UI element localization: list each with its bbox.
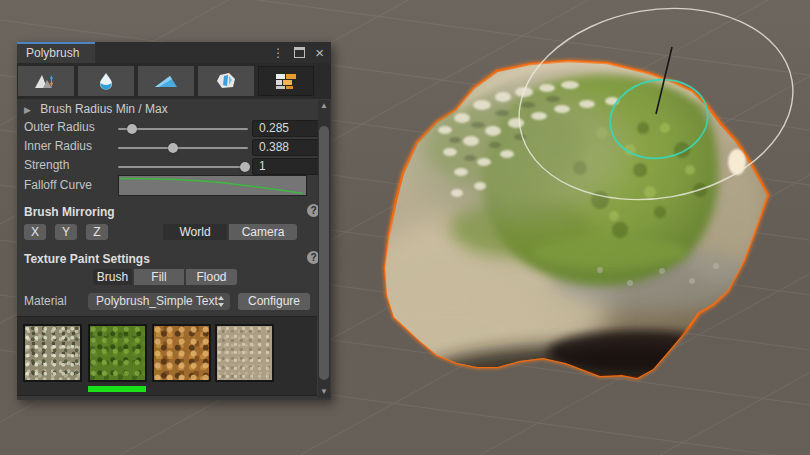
space-world-button[interactable]: World — [163, 224, 227, 240]
foldout-label: Brush Radius Min / Max — [40, 102, 167, 116]
tool-paint-colors-button[interactable] — [138, 66, 194, 96]
space-camera-button[interactable]: Camera — [229, 224, 297, 240]
maximize-icon[interactable] — [294, 47, 305, 58]
inner-radius-slider[interactable] — [118, 147, 248, 149]
tool-scatter-prefabs-button[interactable] — [198, 66, 254, 96]
inner-radius-value[interactable]: 0.388 — [252, 139, 322, 156]
tool-smooth-button[interactable] — [78, 66, 134, 96]
tool-sculpt-button[interactable] — [18, 66, 74, 96]
outer-radius-value[interactable]: 0.285 — [252, 120, 322, 137]
inner-radius-handle[interactable] — [168, 143, 178, 153]
foldout-arrow-icon: ▶ — [24, 105, 31, 115]
tab-polybrush[interactable]: Polybrush — [17, 42, 95, 63]
strength-handle[interactable] — [240, 162, 250, 172]
window-title: Polybrush — [26, 46, 79, 60]
dropdown-caret-icon — [217, 296, 225, 307]
outer-radius-handle[interactable] — [127, 124, 137, 134]
brush-mode-toolbar — [17, 63, 331, 99]
brush-radius-foldout[interactable]: ▶ Brush Radius Min / Max — [24, 102, 168, 116]
configure-button[interactable]: Configure — [238, 293, 310, 310]
inner-radius-label: Inner Radius — [24, 139, 92, 153]
scroll-down-icon[interactable]: ▼ — [318, 386, 330, 398]
scroll-up-icon[interactable]: ▲ — [318, 100, 330, 112]
texture-swatch-gravel[interactable] — [23, 324, 82, 382]
paint-colors-icon — [154, 72, 178, 90]
kebab-menu-icon[interactable]: ⋮ — [272, 46, 284, 60]
window-tabbar: Polybrush ⋮ × — [17, 42, 331, 63]
texture-swatch-dirt-pebbles[interactable] — [152, 324, 211, 382]
tool-paint-textures-button[interactable] — [258, 66, 314, 96]
falloff-curve-label: Falloff Curve — [24, 178, 92, 192]
material-dropdown-value: Polybrush_Simple Text — [96, 294, 218, 308]
material-label: Material — [24, 294, 67, 308]
strength-label: Strength — [24, 158, 69, 172]
strength-value[interactable]: 1 — [252, 158, 322, 175]
texture-paint-header: Texture Paint Settings — [24, 252, 150, 266]
smooth-icon — [95, 71, 117, 91]
rock-mesh[interactable] — [350, 61, 775, 404]
falloff-curve-field[interactable] — [118, 175, 307, 196]
selected-texture-indicator — [88, 386, 146, 392]
mirror-y-button[interactable]: Y — [55, 224, 77, 240]
mode-fill-button[interactable]: Fill — [134, 269, 184, 285]
mirror-z-button[interactable]: Z — [86, 224, 108, 240]
mode-brush-button[interactable]: Brush — [93, 269, 132, 285]
scatter-prefabs-icon — [214, 71, 238, 91]
outer-radius-slider[interactable] — [118, 128, 248, 130]
paint-textures-icon — [274, 71, 298, 91]
falloff-curve-graph — [119, 176, 306, 195]
strength-slider[interactable] — [118, 166, 248, 168]
brush-mirroring-header: Brush Mirroring — [24, 205, 115, 219]
panel-scrollbar[interactable]: ▲ ▼ — [318, 100, 330, 398]
polybrush-window: Polybrush ⋮ × — [17, 42, 331, 400]
mode-flood-button[interactable]: Flood — [186, 269, 237, 285]
texture-swatch-grass[interactable] — [88, 324, 147, 382]
material-dropdown[interactable]: Polybrush_Simple Text — [88, 293, 230, 310]
sculpt-icon — [33, 71, 59, 91]
texture-palette — [17, 316, 317, 396]
close-icon[interactable]: × — [315, 48, 324, 58]
scrollbar-thumb[interactable] — [319, 126, 329, 380]
texture-swatch-sand[interactable] — [215, 324, 274, 382]
mirror-x-button[interactable]: X — [24, 224, 46, 240]
outer-radius-label: Outer Radius — [24, 120, 95, 134]
